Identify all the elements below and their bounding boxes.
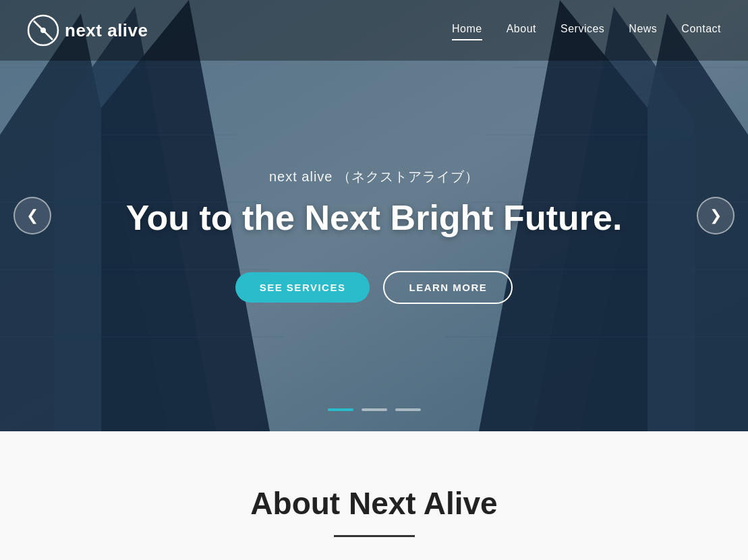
see-services-button[interactable]: SEE SERVICES: [235, 272, 370, 303]
chevron-left-icon: ❮: [26, 207, 38, 224]
main-nav: Home About Services News Contact: [452, 23, 721, 38]
svg-point-2: [40, 28, 46, 33]
nav-contact[interactable]: Contact: [681, 23, 721, 38]
learn-more-button[interactable]: LEARN MORE: [383, 271, 513, 304]
slide-dot-2[interactable]: [362, 408, 387, 411]
next-slide-button[interactable]: ❯: [697, 197, 735, 235]
chevron-right-icon: ❯: [710, 207, 722, 224]
nav-news[interactable]: News: [629, 23, 657, 38]
hero-subtitle: next alive （ネクストアライブ）: [269, 168, 479, 186]
hero-buttons: SEE SERVICES LEARN MORE: [235, 271, 513, 304]
site-header: next alive Home About Services News Cont…: [0, 0, 748, 61]
prev-slide-button[interactable]: ❮: [13, 197, 51, 235]
slider-dots: [328, 408, 421, 411]
nav-home[interactable]: Home: [452, 23, 482, 38]
logo-text: next alive: [65, 20, 148, 41]
slide-dot-1[interactable]: [328, 408, 353, 411]
hero-content: next alive （ネクストアライブ） You to the Next Br…: [0, 0, 748, 431]
about-divider: [334, 535, 415, 537]
about-title: About Next Alive: [27, 485, 721, 522]
nav-services[interactable]: Services: [560, 23, 604, 38]
logo-link[interactable]: next alive: [27, 14, 148, 46]
about-section: About Next Alive: [0, 431, 748, 560]
hero-title: You to the Next Bright Future.: [126, 197, 623, 239]
logo-icon: [27, 14, 59, 46]
slide-dot-3[interactable]: [395, 408, 421, 411]
nav-about[interactable]: About: [507, 23, 536, 38]
hero-section: next alive （ネクストアライブ） You to the Next Br…: [0, 0, 748, 431]
